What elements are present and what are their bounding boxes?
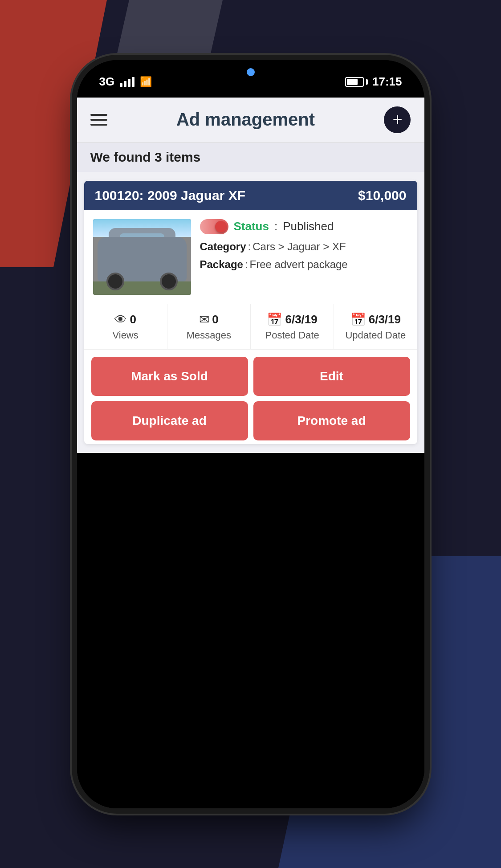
updated-date-value: 6/3/19 (369, 313, 401, 326)
camera-dot (247, 68, 255, 76)
package-colon: : (245, 258, 248, 271)
updated-icon-row: 📅 6/3/19 (350, 312, 401, 327)
stat-posted-date: 📅 6/3/19 Posted Date (251, 304, 334, 349)
ad-price: $10,000 (358, 188, 406, 203)
mark-as-sold-button[interactable]: Mark as Sold (91, 357, 248, 396)
menu-line-2 (90, 119, 107, 121)
views-label: Views (112, 330, 138, 341)
messages-count: 0 (212, 313, 218, 326)
posted-icon-row: 📅 6/3/19 (267, 312, 317, 327)
ad-card-header: 100120: 2009 Jaguar XF $10,000 (84, 181, 417, 210)
phone-notch (197, 60, 304, 76)
phone-frame: 3G 📶 17:15 (77, 60, 424, 808)
menu-button[interactable] (90, 114, 107, 126)
calendar-posted-icon: 📅 (267, 312, 282, 327)
wifi-icon: 📶 (140, 76, 152, 88)
ad-id-title: 100120: 2009 Jaguar XF (95, 188, 246, 203)
status-left: 3G 📶 (99, 75, 152, 89)
battery-tip (366, 79, 368, 85)
category-value: Cars > Jaguar > XF (253, 240, 346, 253)
calendar-updated-icon: 📅 (350, 312, 366, 327)
status-right: 17:15 (345, 75, 402, 89)
updated-date-label: Updated Date (345, 330, 406, 341)
add-listing-button[interactable]: + (384, 106, 411, 133)
views-count: 0 (130, 313, 136, 326)
ad-title-suffix: : 2009 Jaguar XF (139, 188, 245, 203)
status-toggle[interactable] (200, 219, 228, 234)
plus-icon: + (392, 110, 402, 129)
envelope-icon: ✉ (199, 312, 209, 327)
ad-details: Status : Published Category : Cars > Jag… (200, 219, 408, 276)
status-value: Published (283, 220, 334, 233)
menu-line-1 (90, 114, 107, 116)
network-label: 3G (99, 75, 115, 89)
screen-bottom (77, 453, 424, 808)
promote-ad-button[interactable]: Promote ad (253, 401, 410, 440)
package-value: Free advert package (250, 258, 348, 271)
package-label: Package (200, 258, 243, 271)
signal-bar-4 (132, 77, 134, 87)
status-row: Status : Published (200, 219, 408, 234)
category-row: Category : Cars > Jaguar > XF (200, 240, 408, 253)
duplicate-ad-button[interactable]: Duplicate ad (91, 401, 248, 440)
status-label: Status (234, 220, 269, 233)
battery-indicator (345, 77, 368, 87)
signal-bars-icon (120, 77, 134, 87)
ad-info-section: Status : Published Category : Cars > Jag… (84, 210, 417, 304)
posted-date-label: Posted Date (265, 330, 319, 341)
stats-row: 👁 0 Views ✉ 0 Messages (84, 304, 417, 350)
signal-bar-3 (128, 79, 130, 87)
app-header: Ad management + (77, 98, 424, 143)
signal-bar-1 (120, 83, 122, 87)
action-buttons: Mark as Sold Edit Duplicate ad Promote a… (84, 350, 417, 444)
ad-id: 100120 (95, 188, 139, 203)
messages-icon-row: ✉ 0 (199, 312, 218, 327)
ad-card: 100120: 2009 Jaguar XF $10,000 (84, 181, 417, 444)
category-label: Category (200, 240, 246, 253)
ad-card-body: Status : Published Category : Cars > Jag… (84, 210, 417, 444)
battery-body (345, 77, 364, 87)
app-content: Ad management + We found 3 items 100120:… (77, 98, 424, 453)
stat-views: 👁 0 Views (84, 304, 167, 349)
page-title: Ad management (176, 110, 315, 130)
views-icon-row: 👁 0 (114, 312, 136, 327)
found-items-text: We found 3 items (90, 150, 201, 164)
package-row: Package : Free advert package (200, 258, 408, 271)
car-wheel-right (160, 273, 178, 290)
stat-updated-date: 📅 6/3/19 Updated Date (334, 304, 417, 349)
time-display: 17:15 (372, 75, 402, 89)
status-colon: : (274, 220, 277, 233)
messages-label: Messages (187, 330, 231, 341)
battery-fill (347, 79, 358, 85)
posted-date-value: 6/3/19 (285, 313, 317, 326)
edit-button[interactable]: Edit (253, 357, 410, 396)
toggle-knob (215, 221, 227, 232)
found-bar: We found 3 items (77, 143, 424, 172)
ad-image (93, 219, 191, 295)
eye-icon: 👁 (114, 312, 127, 327)
signal-bar-2 (124, 81, 126, 87)
car-wheel-left (106, 273, 124, 290)
menu-line-3 (90, 124, 107, 126)
stat-messages: ✉ 0 Messages (167, 304, 251, 349)
phone-screen: Ad management + We found 3 items 100120:… (77, 96, 424, 808)
category-colon: : (248, 240, 251, 253)
